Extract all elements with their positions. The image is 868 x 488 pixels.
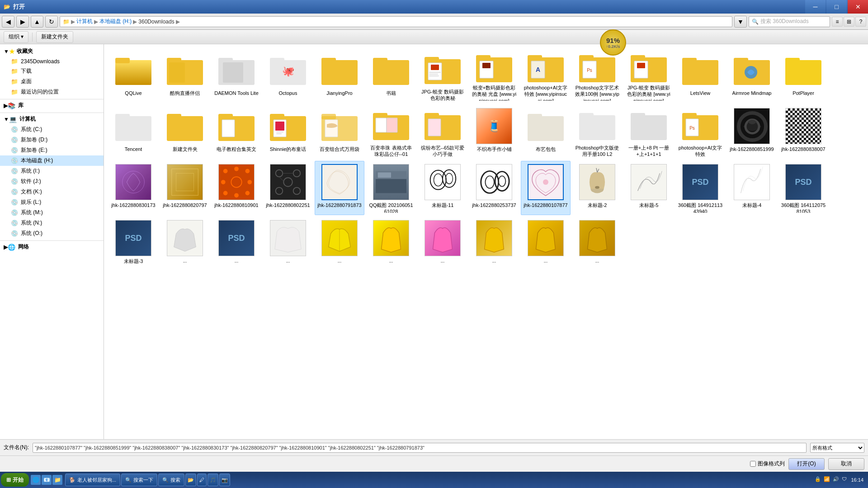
file-item-qqlive[interactable]: QQLive xyxy=(108,49,158,103)
file-item-jpg-photo3[interactable]: JPG-蜕变 数码摄影色彩的奥秘 [www.yipinsucai.com] xyxy=(624,49,674,103)
taskbar-item-search2[interactable]: 🔍 搜索 xyxy=(158,474,184,486)
refresh-button[interactable]: ↻ xyxy=(45,16,58,28)
path-part-3[interactable]: 360Downloads xyxy=(138,19,174,25)
file-item-ps-text1[interactable]: A photoshoop+AI文字特效 [www.yipinsucai.com] xyxy=(521,49,571,103)
sidebar-library-header[interactable]: ▶ 📚 库 xyxy=(0,100,104,111)
file-item-untitled-5[interactable]: 未标题-5 xyxy=(624,161,674,215)
view-grid-button[interactable]: ⊞ xyxy=(844,17,854,27)
quick-icon-2[interactable]: 📧 xyxy=(42,475,52,485)
file-item-airmroe[interactable]: Airmroe Mindmap xyxy=(727,49,777,103)
sidebar-drive-j[interactable]: 💿 软件 (J:) xyxy=(0,176,104,187)
file-item-jhk802251[interactable]: jhk-1622880802251 xyxy=(263,161,313,215)
tray-icon-1[interactable]: 🔒 xyxy=(815,476,822,483)
sidebar-computer-header[interactable]: ▼ 💻 计算机 xyxy=(0,114,104,124)
organize-button[interactable]: 组织 ▾ xyxy=(4,31,28,43)
quick-icon-1[interactable]: 🌐 xyxy=(31,475,41,485)
file-item-ps-text2[interactable]: Ps Photoshop文字艺术效果100例 [www.yipinsucai.c… xyxy=(572,49,622,103)
file-item-letsview[interactable]: LetsView xyxy=(675,49,725,103)
sidebar-item-recent[interactable]: 📁 最近访问的位置 xyxy=(0,87,104,97)
file-item-craft-shop[interactable]: 🧵 不织布手作小铺 xyxy=(469,105,519,159)
help-button[interactable]: ? xyxy=(855,17,866,27)
file-item-octopus[interactable]: 🐙 Octopus xyxy=(263,49,313,103)
file-item-jhk253737[interactable]: jhk-1622880253737 xyxy=(469,161,519,215)
maximize-button[interactable]: □ xyxy=(826,0,847,14)
path-part-2[interactable]: 本地磁盘 (H:) xyxy=(99,18,132,25)
taskbar-item-extra-1[interactable]: 📂 xyxy=(185,474,196,486)
taskbar-item-extra-3[interactable]: 🎵 xyxy=(208,474,218,486)
sidebar-drive-o[interactable]: 💿 系统 (O:) xyxy=(0,228,104,239)
file-item-colorful[interactable]: 缤纷布艺--65款可爱小巧手做 xyxy=(418,105,467,159)
file-item-ps-manual[interactable]: Photoshop中文版使用手册100 L2 xyxy=(572,105,622,159)
file-item-jhk830173[interactable]: jhk-1622880830173 xyxy=(108,161,158,215)
file-item-jpg-photo1[interactable]: JPG-蜕变 数码摄影色彩的奥秘 xyxy=(418,49,467,103)
file-item-fabric-bag[interactable]: 布艺包包 xyxy=(521,105,571,159)
new-folder-button[interactable]: 新建文件夹 xyxy=(36,31,73,43)
sidebar-drive-d[interactable]: 💿 新加卷 (D:) xyxy=(0,135,104,145)
file-item-new-folder[interactable]: 新建文件夹 xyxy=(160,105,210,159)
file-item-lingerie-gold-1[interactable]: ... xyxy=(469,217,519,271)
sidebar-item-desktop[interactable]: 📁 桌面 xyxy=(0,76,104,87)
file-item-untitled-3[interactable]: PSD 未标题-3 xyxy=(108,217,158,271)
tray-icon-2[interactable]: 📶 xyxy=(824,476,831,483)
file-item-册[interactable]: 一册+上+8 Pt 一册+上+1+1+1 xyxy=(624,105,674,159)
tray-icon-4[interactable]: 🛡 xyxy=(842,476,849,483)
path-part-1[interactable]: 计算机 xyxy=(76,18,93,25)
content-area[interactable]: QQLive 酷狗直播伴侣 xyxy=(104,44,868,439)
file-item-qq-screenshot[interactable]: QQ截图 20210605161028 xyxy=(366,161,416,215)
sidebar-drive-h[interactable]: 💿 本地磁盘 (H:) xyxy=(0,155,104,166)
search-box[interactable]: 🔍 搜索 360Downloads xyxy=(749,16,830,27)
file-item-lingerie-2[interactable]: PSD ... xyxy=(212,217,261,271)
file-item-lingerie-yellow-2[interactable]: ... xyxy=(366,217,416,271)
file-item-kugou[interactable]: 酷狗直播伴侣 xyxy=(160,49,210,103)
sidebar-drive-m[interactable]: 💿 系统 (M:) xyxy=(0,207,104,218)
open-button[interactable]: 打开(O) xyxy=(788,458,825,470)
sidebar-drive-e[interactable]: 💿 新加卷 (E:) xyxy=(0,145,104,155)
close-button[interactable]: ✕ xyxy=(848,0,868,14)
quick-icon-3[interactable]: 📁 xyxy=(52,475,62,485)
file-item-shinnie[interactable]: Shinnie的布童话 xyxy=(263,105,313,159)
path-expand-button[interactable]: ▼ xyxy=(734,16,747,28)
file-item-potplayer[interactable]: PotPlayer xyxy=(778,49,828,103)
filename-input[interactable] xyxy=(33,443,807,453)
file-item-360-screenshot-1[interactable]: PSD 360截图 16491211343940 xyxy=(675,161,725,215)
path-computer[interactable]: 📁 xyxy=(63,19,70,25)
back-button[interactable]: ◀ xyxy=(2,16,14,28)
file-item-lingerie-pink[interactable]: ... xyxy=(418,217,467,271)
forward-button[interactable]: ▶ xyxy=(16,16,29,28)
file-item-lingerie-yellow-1[interactable]: ... xyxy=(315,217,364,271)
file-item-jhk810901[interactable]: jhk-1622880810901 xyxy=(212,161,261,215)
file-item-untitled-2[interactable]: 未标题-2 xyxy=(572,161,622,215)
file-item-tencent[interactable]: Tencent xyxy=(108,105,158,159)
file-item-lingerie-1[interactable]: ... xyxy=(160,217,210,271)
sidebar-drive-n[interactable]: 💿 系统 (N:) xyxy=(0,218,104,228)
taskbar-item-search1[interactable]: 🔍 搜索一下 xyxy=(121,474,157,486)
taskbar-item-extra-2[interactable]: 🖊 xyxy=(197,474,207,486)
sidebar-favorites-header[interactable]: ▼ ★ 收藏夹 xyxy=(0,46,104,56)
sidebar-drive-k[interactable]: 💿 文档 (K:) xyxy=(0,187,104,197)
image-list-check[interactable] xyxy=(750,461,756,467)
file-item-360-screenshot-2[interactable]: PSD 360截图 16411207581053 xyxy=(778,161,828,215)
file-item-untitled-11[interactable]: 未标题-11 xyxy=(418,161,467,215)
file-item-jhk107877[interactable]: jhk-1622880107877 xyxy=(521,161,571,215)
file-item-jhk791873[interactable]: jhk-1622880791873 xyxy=(315,161,364,215)
file-item-lingerie-gold-2[interactable]: ... xyxy=(521,217,571,271)
file-item-jhk838007[interactable]: jhk-1622880838007 xyxy=(778,105,828,159)
file-item-books[interactable]: 书籍 xyxy=(366,49,416,103)
file-item-daemon[interactable]: DAEMON Tools Lite xyxy=(212,49,261,103)
cancel-button[interactable]: 取消 xyxy=(828,458,864,470)
image-list-checkbox[interactable]: 图像格式列 xyxy=(750,460,785,468)
file-item-untitled-4[interactable]: 未标题-4 xyxy=(727,161,777,215)
file-item-lingerie-gold-3[interactable]: ... xyxy=(572,217,622,271)
filetype-select[interactable]: 所有格式 xyxy=(810,443,864,453)
start-button[interactable]: ⊞ 开始 xyxy=(1,473,29,487)
minimize-button[interactable]: ─ xyxy=(805,0,826,14)
sidebar-drive-l[interactable]: 💿 娱乐 (L:) xyxy=(0,197,104,207)
address-path[interactable]: 📁 ▶ 计算机 ▶ 本地磁盘 (H:) ▶ 360Downloads ▶ xyxy=(60,16,732,27)
file-item-jpg-photo2[interactable]: 蜕变+数码摄影色彩的奥秘 光盘 [www.yipinsucai.com] xyxy=(469,49,519,103)
taskbar-item-dog[interactable]: 🐕 老人被邻居家狗... xyxy=(65,474,120,486)
up-button[interactable]: ▲ xyxy=(31,16,43,28)
sidebar-drive-i[interactable]: 💿 系统 (I:) xyxy=(0,166,104,176)
taskbar-item-extra-4[interactable]: 📷 xyxy=(219,474,230,486)
file-item-jianyingpro[interactable]: JianyingPro xyxy=(315,49,364,103)
sidebar-network-header[interactable]: ▶ 🌐 网络 xyxy=(0,242,104,252)
